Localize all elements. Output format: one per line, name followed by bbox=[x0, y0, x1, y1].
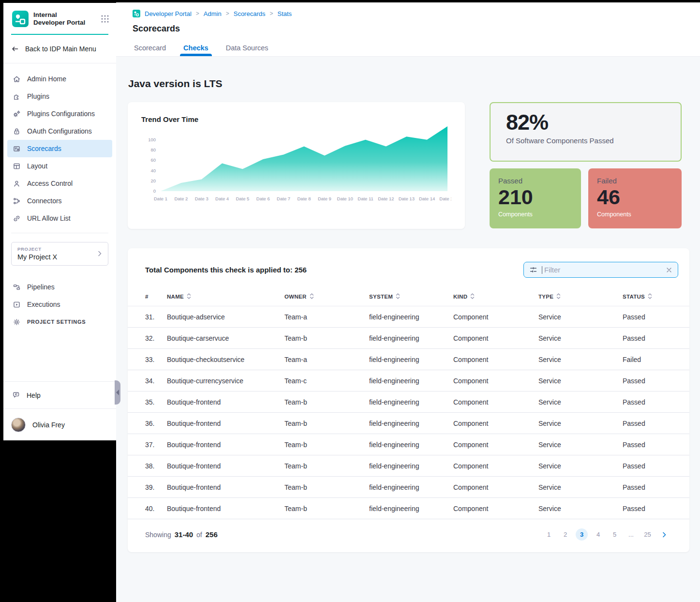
cell-status: Passed bbox=[623, 328, 689, 349]
sidebar-item-access-control[interactable]: Access Control bbox=[7, 175, 112, 192]
table-row[interactable]: 34.Boutique-currencyserviceTeam-cfield-e… bbox=[128, 370, 689, 391]
sidebar-item-connectors[interactable]: Connectors bbox=[7, 192, 112, 210]
svg-text:60: 60 bbox=[150, 157, 156, 163]
breadcrumb-link-stats[interactable]: Stats bbox=[277, 10, 292, 17]
filter-input[interactable] bbox=[544, 266, 661, 274]
sidebar-item-oauth-configurations[interactable]: OAuth Configurations bbox=[7, 122, 112, 140]
breadcrumb-link-developer-portal[interactable]: Developer Portal bbox=[145, 10, 192, 17]
cell-kind: Component bbox=[453, 391, 538, 413]
cell-status: Passed bbox=[623, 434, 689, 455]
cell-status: Passed bbox=[623, 498, 689, 519]
sidebar-item-layout[interactable]: Layout bbox=[7, 157, 112, 175]
project-selector[interactable]: PROJECT My Project X bbox=[11, 242, 108, 266]
back-label: Back to IDP Main Menu bbox=[25, 45, 96, 53]
breadcrumb-link-admin[interactable]: Admin bbox=[204, 10, 222, 17]
table-row[interactable]: 40.Boutique-frontendTeam-bfield-engineer… bbox=[128, 498, 689, 519]
of-label: of bbox=[196, 531, 202, 539]
sidebar-item-pipelines[interactable]: Pipelines bbox=[7, 278, 112, 296]
cell-name: Boutique-frontend bbox=[167, 455, 284, 477]
sidebar-item-plugins[interactable]: Plugins bbox=[7, 88, 112, 105]
sidebar-item-executions[interactable]: Executions bbox=[7, 296, 112, 313]
sidebar-item-plugins-configurations[interactable]: Plugins Configurations bbox=[7, 105, 112, 122]
column-label: # bbox=[145, 294, 149, 300]
table-row[interactable]: 33.Boutique-checkoutserviceTeam-afield-e… bbox=[128, 349, 689, 370]
user-profile[interactable]: Olivia Frey bbox=[3, 408, 116, 440]
svg-text:Date 10: Date 10 bbox=[337, 196, 353, 201]
column-header-system[interactable]: SYSTEM bbox=[369, 289, 453, 306]
cell-system: field-engineering bbox=[369, 434, 453, 455]
passed-unit: Components bbox=[498, 211, 572, 218]
sidebar-item-admin-home[interactable]: Admin Home bbox=[7, 70, 112, 88]
sidebar-collapse-handle[interactable] bbox=[115, 380, 120, 405]
breadcrumb-separator: > bbox=[269, 10, 273, 17]
pagination-page-4[interactable]: 4 bbox=[592, 528, 604, 541]
cell-owner: Team-a bbox=[284, 349, 369, 370]
row-number: 38. bbox=[128, 455, 167, 477]
sidebar-item-label: Scorecards bbox=[27, 145, 61, 152]
cell-name: Boutique-frontend bbox=[167, 413, 284, 434]
cell-type: Service bbox=[538, 477, 623, 498]
page-title: Scorecards bbox=[133, 24, 700, 34]
table-row[interactable]: 37.Boutique-frontendTeam-bfield-engineer… bbox=[128, 434, 689, 455]
column-header-status[interactable]: STATUS bbox=[623, 289, 689, 306]
row-number: 34. bbox=[128, 370, 167, 391]
column-header-owner[interactable]: OWNER bbox=[284, 289, 369, 306]
admin-nav: Admin HomePluginsPlugins ConfigurationsO… bbox=[3, 63, 116, 228]
idp-logo-icon bbox=[12, 11, 29, 27]
cell-status: Passed bbox=[623, 413, 689, 434]
svg-text:Date 11: Date 11 bbox=[357, 196, 373, 201]
sidebar-item-url-allow-list[interactable]: URL Allow List bbox=[7, 210, 112, 227]
cell-system: field-engineering bbox=[369, 455, 453, 477]
column-label: STATUS bbox=[623, 294, 645, 300]
table-row[interactable]: 35.Boutique-frontendTeam-bfield-engineer… bbox=[128, 391, 689, 413]
pass-rate-percent: 82% bbox=[506, 110, 665, 135]
sidebar-item-label: Plugins Configurations bbox=[27, 110, 95, 118]
sidebar-item-label: Admin Home bbox=[27, 75, 66, 83]
lock-icon bbox=[13, 127, 21, 135]
sort-icon bbox=[556, 293, 561, 299]
apps-grid-icon[interactable] bbox=[101, 15, 109, 23]
pagination: 12345...25 bbox=[543, 528, 668, 541]
close-icon[interactable] bbox=[666, 267, 672, 273]
column-label: OWNER bbox=[284, 294, 307, 300]
sort-icon bbox=[648, 293, 652, 299]
column-header-name[interactable]: NAME bbox=[167, 289, 284, 306]
table-row[interactable]: 38.Boutique-frontendTeam-bfield-engineer… bbox=[128, 455, 689, 477]
sidebar-item-scorecards[interactable]: Scorecards bbox=[7, 140, 112, 157]
tab-checks[interactable]: Checks bbox=[183, 44, 209, 56]
help-button[interactable]: Help bbox=[3, 381, 116, 408]
cell-owner: Team-b bbox=[284, 434, 369, 455]
svg-text:Date 1: Date 1 bbox=[154, 196, 167, 201]
filter-sliders-icon[interactable] bbox=[529, 266, 537, 274]
pagination-page-3[interactable]: 3 bbox=[576, 528, 588, 541]
tab-data-sources[interactable]: Data Sources bbox=[226, 44, 268, 56]
cell-type: Service bbox=[538, 306, 623, 328]
cell-kind: Component bbox=[453, 498, 538, 519]
cell-type: Service bbox=[538, 434, 623, 455]
row-number: 33. bbox=[128, 349, 167, 370]
svg-text:Date 12: Date 12 bbox=[378, 196, 394, 201]
pagination-page-5[interactable]: 5 bbox=[609, 528, 621, 541]
cell-kind: Component bbox=[453, 413, 538, 434]
row-number: 36. bbox=[128, 413, 167, 434]
breadcrumb-link-scorecards[interactable]: Scorecards bbox=[234, 10, 266, 17]
link-icon bbox=[13, 214, 21, 223]
sidebar-item-label: Connectors bbox=[27, 197, 62, 205]
plugin-icon bbox=[13, 92, 21, 101]
column-header-type[interactable]: TYPE bbox=[538, 289, 623, 306]
table-row[interactable]: 32.Boutique-carservuceTeam-bfield-engine… bbox=[128, 328, 689, 349]
passed-value: 210 bbox=[498, 187, 572, 208]
pagination-page-2[interactable]: 2 bbox=[559, 528, 571, 541]
pagination-next-button[interactable] bbox=[660, 531, 668, 539]
sidebar-item-project-settings[interactable]: PROJECT SETTINGS bbox=[7, 313, 112, 331]
back-to-main-menu[interactable]: Back to IDP Main Menu bbox=[3, 35, 116, 63]
table-row[interactable]: 31.Boutique-adserviceTeam-afield-enginee… bbox=[128, 306, 689, 328]
pagination-page-25[interactable]: 25 bbox=[641, 528, 654, 541]
sidebar-item-label: PROJECT SETTINGS bbox=[27, 319, 86, 325]
table-row[interactable]: 39.Boutique-frontendTeam-bfield-engineer… bbox=[128, 477, 689, 498]
column-header-kind[interactable]: KIND bbox=[453, 289, 538, 306]
tab-scorecard[interactable]: Scorecard bbox=[134, 44, 166, 56]
table-row[interactable]: 36.Boutique-frontendTeam-bfield-engineer… bbox=[128, 413, 689, 434]
column-label: TYPE bbox=[538, 294, 553, 300]
pagination-page-1[interactable]: 1 bbox=[543, 528, 555, 541]
